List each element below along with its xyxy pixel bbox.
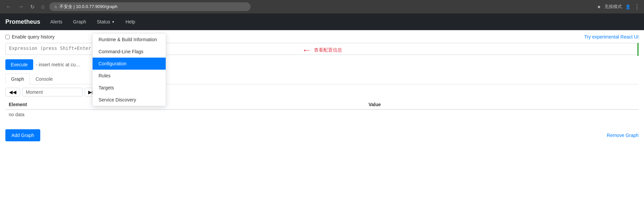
no-data-cell: no data — [5, 110, 639, 119]
browser-chrome: ← → ↻ ⌂ ⚠ 不安全 | 10.0.0.77:9090/graph ★ 无… — [0, 0, 644, 13]
security-icon: ⚠ — [54, 5, 57, 9]
bottom-row: Add Graph Remove Graph — [5, 129, 639, 141]
back-button[interactable]: ← — [4, 2, 13, 11]
dropdown-item-rules[interactable]: Rules — [93, 70, 166, 82]
url-text: 不安全 | 10.0.0.77:9090/graph — [59, 4, 117, 10]
status-dropdown-menu: Runtime & Build Information Command-Line… — [92, 33, 166, 106]
menu-icon[interactable]: ⋮ — [634, 3, 640, 10]
nav-graph[interactable]: Graph — [68, 16, 91, 27]
nav-alerts[interactable]: Alerts — [46, 16, 67, 27]
time-back-button[interactable]: ◀◀ — [5, 88, 20, 96]
forward-button[interactable]: → — [16, 2, 25, 11]
scroll-indicator — [637, 43, 639, 56]
bookmark-icon: ★ — [597, 4, 601, 9]
col-element: Element — [5, 100, 365, 110]
tab-graph[interactable]: Graph — [5, 73, 30, 84]
home-button[interactable]: ⌂ — [39, 2, 47, 11]
dropdown-item-cmdflags[interactable]: Command-Line Flags — [93, 46, 166, 58]
nav-status[interactable]: Status ▼ — [92, 16, 120, 27]
chevron-down-icon: ▼ — [111, 20, 115, 24]
tab-console[interactable]: Console — [30, 73, 58, 84]
incognito-label: 无痕模式 — [604, 4, 622, 10]
top-nav: Prometheus Alerts Graph Status ▼ Runtime… — [0, 13, 644, 30]
nav-help[interactable]: Help — [121, 16, 140, 27]
incognito-icon: 👤 — [625, 4, 631, 9]
nav-status-wrapper: Status ▼ Runtime & Build Information Com… — [92, 16, 120, 27]
dropdown-item-runtime[interactable]: Runtime & Build Information — [93, 33, 166, 46]
brand-title: Prometheus — [5, 18, 40, 25]
time-input[interactable] — [22, 88, 83, 96]
address-bar[interactable]: ⚠ 不安全 | 10.0.0.77:9090/graph — [49, 2, 251, 11]
execute-button[interactable]: Execute — [5, 59, 33, 70]
col-value: Value — [365, 100, 639, 110]
reload-button[interactable]: ↻ — [28, 2, 37, 11]
dropdown-item-configuration[interactable]: Configuration — [93, 58, 166, 70]
table-row: no data — [5, 110, 639, 119]
nav-status-label: Status — [97, 19, 110, 24]
dropdown-item-service-discovery[interactable]: Service Discovery — [93, 94, 166, 106]
dropdown-item-targets[interactable]: Targets — [93, 82, 166, 94]
query-history-label[interactable]: Enable query history — [5, 34, 55, 40]
add-graph-button[interactable]: Add Graph — [5, 129, 40, 141]
metric-hint: - insert metric at cu… — [36, 62, 80, 67]
try-react-link[interactable]: Try experimental React UI — [584, 34, 639, 40]
query-history-checkbox[interactable] — [5, 35, 10, 39]
browser-right: ★ 无痕模式 👤 ⋮ — [597, 3, 640, 10]
remove-graph-link[interactable]: Remove Graph — [607, 133, 639, 138]
